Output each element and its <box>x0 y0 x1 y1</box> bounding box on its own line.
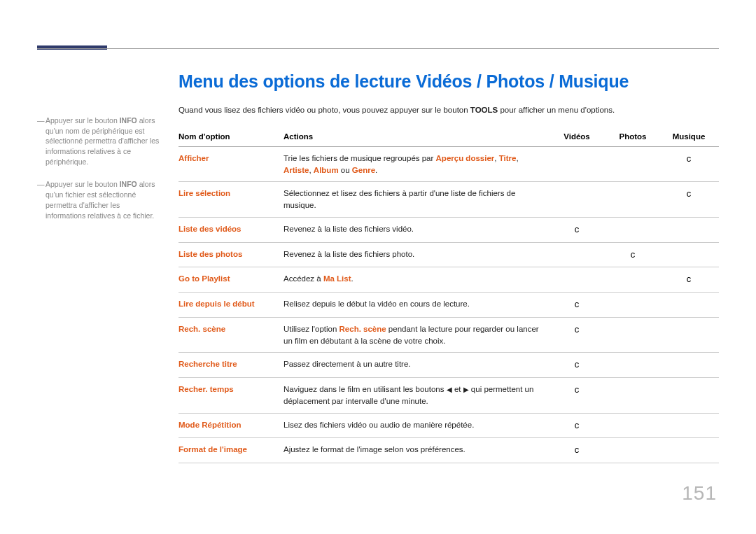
check-cell <box>551 242 607 267</box>
table-header-row: Nom d'option Actions Vidéos Photos Musiq… <box>178 127 719 147</box>
check-cell <box>663 378 719 413</box>
table-row: Format de l'imageAjustez le format de l'… <box>178 438 719 463</box>
check-cell <box>663 293 719 318</box>
highlight: Album <box>314 166 339 174</box>
option-action: Naviguez dans le film en utilisant les b… <box>284 378 551 413</box>
option-action: Revenez à la liste des fichiers vidéo. <box>284 217 551 242</box>
dash-icon: ― <box>37 115 46 167</box>
main-content: Menu des options de lecture Vidéos / Pho… <box>178 71 719 463</box>
option-name: Go to Playlist <box>178 267 284 293</box>
check-cell: c <box>663 182 719 217</box>
table-row: Lire sélectionSélectionnez et lisez des … <box>178 182 719 217</box>
option-name: Recher. temps <box>178 378 284 413</box>
option-action: Ajustez le format de l'image selon vos p… <box>284 438 551 463</box>
check-cell: c <box>551 293 607 318</box>
side-note: ―Appuyer sur le bouton INFO alors qu'un … <box>37 115 162 167</box>
option-name: Mode Répétition <box>178 413 284 438</box>
option-action: Relisez depuis le début la vidéo en cour… <box>284 293 551 318</box>
check-cell <box>607 182 663 217</box>
check-cell: c <box>551 378 607 413</box>
option-name: Rech. scène <box>178 318 284 353</box>
check-cell <box>551 267 607 293</box>
check-cell <box>607 217 663 242</box>
intro-bold: TOOLS <box>470 106 498 114</box>
table-body: AfficherTrie les fichiers de musique reg… <box>178 147 719 463</box>
option-action: Accédez à Ma List. <box>284 267 551 293</box>
option-name: Format de l'image <box>178 438 284 463</box>
page-title: Menu des options de lecture Vidéos / Pho… <box>178 71 719 92</box>
check-cell <box>663 217 719 242</box>
check-cell <box>607 353 663 378</box>
highlight: Titre <box>499 154 517 162</box>
table-row: Liste des vidéosRevenez à la liste des f… <box>178 217 719 242</box>
table-row: Recher. tempsNaviguez dans le film en ut… <box>178 378 719 413</box>
table-row: Mode RépétitionLisez des fichiers vidéo … <box>178 413 719 438</box>
table-row: Lire depuis le débutRelisez depuis le dé… <box>178 293 719 318</box>
check-cell: c <box>663 147 719 182</box>
option-action: Lisez des fichiers vidéo ou audio de man… <box>284 413 551 438</box>
highlight: Genre <box>352 166 375 174</box>
check-cell <box>607 147 663 182</box>
check-cell <box>607 413 663 438</box>
intro-text: Quand vous lisez des fichiers vidéo ou p… <box>178 106 719 114</box>
th-videos: Vidéos <box>551 127 607 147</box>
intro-pre: Quand vous lisez des fichiers vidéo ou p… <box>178 106 470 114</box>
intro-post: pour afficher un menu d'options. <box>498 106 615 114</box>
check-cell <box>663 318 719 353</box>
check-cell <box>663 413 719 438</box>
check-cell <box>607 318 663 353</box>
option-name: Lire sélection <box>178 182 284 217</box>
th-name: Nom d'option <box>178 127 284 147</box>
page-number: 151 <box>682 482 717 505</box>
accent-bar <box>37 45 107 50</box>
th-photos: Photos <box>607 127 663 147</box>
highlight: Ma List <box>323 274 351 283</box>
option-name: Lire depuis le début <box>178 293 284 318</box>
check-cell <box>663 438 719 463</box>
table-row: Rech. scèneUtilisez l'option Rech. scène… <box>178 318 719 353</box>
check-cell: c <box>551 438 607 463</box>
table-row: Go to PlaylistAccédez à Ma List.c <box>178 267 719 293</box>
side-notes: ―Appuyer sur le bouton INFO alors qu'un … <box>37 115 162 233</box>
option-name: Liste des vidéos <box>178 217 284 242</box>
nav-glyph-icon: ▶ <box>463 385 469 395</box>
check-cell: c <box>607 242 663 267</box>
option-action: Sélectionnez et lisez des fichiers à par… <box>284 182 551 217</box>
side-note-text: Appuyer sur le bouton INFO alors qu'un n… <box>46 115 162 167</box>
check-cell: c <box>551 413 607 438</box>
table-row: Liste des photosRevenez à la liste des f… <box>178 242 719 267</box>
option-action: Passez directement à un autre titre. <box>284 353 551 378</box>
check-cell <box>551 182 607 217</box>
top-rule <box>37 48 719 49</box>
check-cell <box>607 293 663 318</box>
option-action: Trie les fichiers de musique regroupés p… <box>284 147 551 182</box>
check-cell: c <box>551 353 607 378</box>
nav-glyph-icon: ◀ <box>447 385 452 395</box>
option-name: Liste des photos <box>178 242 284 267</box>
option-name: Recherche titre <box>178 353 284 378</box>
option-action: Revenez à la liste des fichiers photo. <box>284 242 551 267</box>
check-cell <box>607 267 663 293</box>
check-cell <box>663 242 719 267</box>
option-name: Afficher <box>178 147 284 182</box>
check-cell <box>607 378 663 413</box>
highlight: Rech. scène <box>340 325 386 333</box>
check-cell: c <box>551 318 607 353</box>
highlight: Aperçu dossier <box>436 154 495 162</box>
option-action: Utilisez l'option Rech. scène pendant la… <box>284 318 551 353</box>
side-note-text: Appuyer sur le bouton INFO alors qu'un f… <box>46 179 162 220</box>
table-row: Recherche titrePassez directement à un a… <box>178 353 719 378</box>
side-note: ―Appuyer sur le bouton INFO alors qu'un … <box>37 179 162 220</box>
check-cell <box>663 353 719 378</box>
dash-icon: ― <box>37 179 46 220</box>
options-table: Nom d'option Actions Vidéos Photos Musiq… <box>178 127 719 463</box>
check-cell: c <box>551 217 607 242</box>
check-cell: c <box>663 267 719 293</box>
th-musique: Musique <box>663 127 719 147</box>
th-actions: Actions <box>284 127 551 147</box>
highlight: Artiste <box>284 166 309 174</box>
check-cell <box>551 147 607 182</box>
table-row: AfficherTrie les fichiers de musique reg… <box>178 147 719 182</box>
check-cell <box>607 438 663 463</box>
